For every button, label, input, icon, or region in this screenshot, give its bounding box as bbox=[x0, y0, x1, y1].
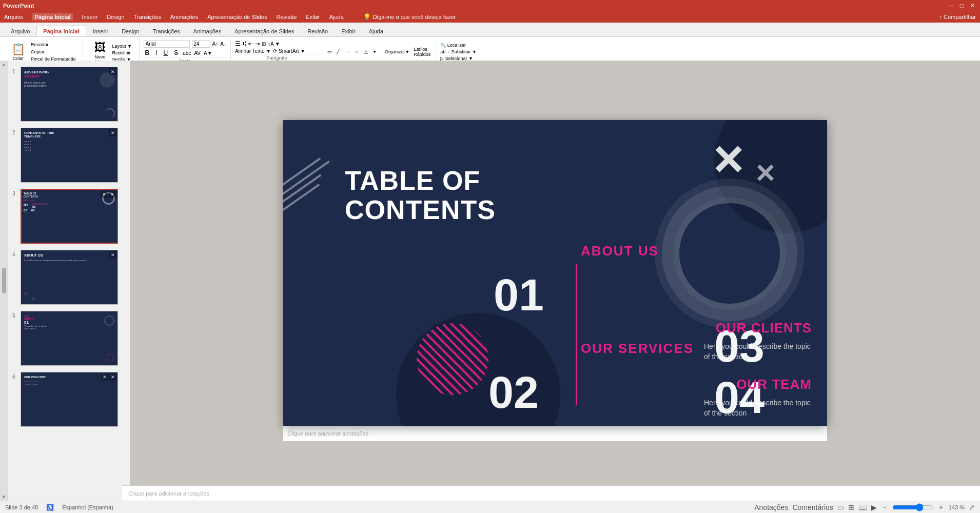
bullet-button[interactable]: ☰ bbox=[235, 40, 241, 47]
redefine-button[interactable]: Redefinir bbox=[112, 50, 132, 55]
italic-button[interactable]: I bbox=[154, 49, 159, 57]
tab-animacoes[interactable]: Animações bbox=[187, 26, 228, 36]
slide-item-1[interactable]: 1 ✕ ADVERTISINGAGENCY Here is where your… bbox=[8, 65, 130, 124]
menu-inserir[interactable]: Inserir bbox=[82, 14, 98, 20]
bold-button[interactable]: B bbox=[144, 49, 151, 57]
smartart-button[interactable]: ⟳ SmartArt ▼ bbox=[273, 48, 305, 54]
scroll-thumb[interactable] bbox=[2, 268, 6, 293]
minimize-button[interactable]: ─ bbox=[947, 2, 956, 9]
slide-close-6b[interactable]: ✕ bbox=[109, 373, 116, 381]
zoom-in-button[interactable]: ＋ bbox=[937, 503, 945, 512]
slide-close-4[interactable]: ✕ bbox=[109, 251, 116, 259]
close-button[interactable]: ✕ bbox=[968, 2, 977, 9]
slide-thumb-1: ✕ ADVERTISINGAGENCY Here is where yourpr… bbox=[21, 67, 118, 122]
about-us-label: ABOUT US bbox=[581, 243, 659, 259]
strikethrough-button[interactable]: S bbox=[172, 49, 180, 57]
replace-button[interactable]: ab→ Substituir ▼ bbox=[440, 49, 483, 54]
find-button[interactable]: 🔍 Localizar bbox=[440, 43, 483, 48]
text-shadow-button[interactable]: abc bbox=[183, 50, 191, 56]
menu-revisao[interactable]: Revisão bbox=[276, 14, 297, 20]
slide-canvas[interactable]: ✕ ✕ TABLE OF CONTENTS AB bbox=[283, 120, 827, 426]
slide-item-4[interactable]: 4 ✕ ABOUT US It could be the part of the… bbox=[8, 248, 130, 307]
decrease-indent-button[interactable]: ⇤ bbox=[248, 41, 253, 47]
menu-pagina-inicial[interactable]: Página Inicial bbox=[32, 13, 72, 21]
slide-item-2[interactable]: 2 ✕ CONTENTS OF THISTEMPLATE • item 1• i… bbox=[8, 126, 130, 185]
decrease-font-button[interactable]: A↓ bbox=[220, 41, 226, 47]
our-clients-label: OUR CLIENTS bbox=[716, 320, 812, 336]
cut-button[interactable]: Recortar bbox=[29, 42, 77, 48]
tab-inserir[interactable]: Inserir bbox=[86, 26, 115, 36]
shape-triangle[interactable]: △ bbox=[364, 49, 373, 54]
slide-close-6a[interactable]: ✕ bbox=[101, 373, 108, 381]
share-button[interactable]: ↑ Compartilhar bbox=[939, 14, 976, 20]
shape-line[interactable]: ╱ bbox=[337, 49, 345, 54]
deco-circle-pink bbox=[417, 323, 488, 395]
increase-indent-button[interactable]: ⇥ bbox=[255, 41, 260, 47]
comments-toggle[interactable]: Comentários bbox=[792, 503, 833, 511]
slide-close-2[interactable]: ✕ bbox=[109, 129, 116, 136]
shape-rect[interactable]: ▭ bbox=[327, 49, 336, 54]
zoom-slider[interactable] bbox=[892, 503, 933, 511]
menu-exibir[interactable]: Exibir bbox=[306, 14, 320, 20]
slide-panel-scrollbar-left: ▲ ▼ bbox=[0, 61, 8, 501]
paste-button[interactable]: 📋 Colar bbox=[9, 42, 27, 62]
shape-circle[interactable]: ○ bbox=[355, 49, 363, 54]
slide-close-3a[interactable]: ✕ bbox=[101, 191, 108, 198]
tab-pagina-inicial[interactable]: Página Inicial bbox=[36, 26, 86, 36]
slide-thumb-4: ✕ ABOUT US It could be the part of the p… bbox=[21, 250, 118, 305]
tab-transicoes[interactable]: Transições bbox=[146, 26, 186, 36]
shape-more[interactable]: ▾ bbox=[374, 49, 382, 54]
tab-ajuda[interactable]: Ajuda bbox=[362, 26, 390, 36]
reading-view-button[interactable]: 📖 bbox=[858, 503, 867, 511]
fit-to-window-button[interactable]: ⤢ bbox=[969, 503, 975, 511]
menu-ajuda[interactable]: Ajuda bbox=[329, 14, 344, 20]
accessibility-icon[interactable]: ♿ bbox=[46, 504, 54, 511]
slideshow-button[interactable]: ▶ bbox=[871, 503, 877, 511]
menu-design[interactable]: Design bbox=[107, 14, 124, 20]
text-direction-button[interactable]: ↕A ▼ bbox=[268, 41, 280, 47]
notes-area[interactable]: Clique para adicionar anotações bbox=[283, 426, 827, 441]
tell-me-box[interactable]: 💡 Diga-me o que você deseja fazer bbox=[363, 13, 456, 21]
deco-x-large: ✕ bbox=[711, 141, 745, 182]
notes-toggle[interactable]: Anotações bbox=[754, 503, 788, 511]
numbering-button[interactable]: ⑆ bbox=[243, 40, 246, 47]
our-team-label: OUR TEAM bbox=[736, 377, 812, 392]
normal-view-button[interactable]: ▭ bbox=[837, 503, 844, 511]
char-spacing-button[interactable]: AV bbox=[194, 50, 201, 56]
tab-design[interactable]: Design bbox=[115, 26, 146, 36]
shape-arrow[interactable]: → bbox=[346, 49, 354, 54]
quick-styles-button[interactable]: EstilosRápidos bbox=[413, 46, 432, 58]
columns-button[interactable]: ⊞ bbox=[262, 41, 266, 47]
underline-button[interactable]: U bbox=[162, 49, 170, 57]
menu-arquivo[interactable]: Arquivo bbox=[4, 14, 23, 20]
tab-exibir[interactable]: Exibir bbox=[335, 26, 362, 36]
menu-transicoes[interactable]: Transições bbox=[133, 14, 161, 20]
tab-arquivo[interactable]: Arquivo bbox=[4, 26, 36, 36]
deco-x-small: ✕ bbox=[754, 161, 776, 187]
our-clients-desc: Here you could describe the topic of the… bbox=[704, 342, 817, 362]
tab-revisao[interactable]: Revisão bbox=[301, 26, 335, 36]
tab-apresentacao[interactable]: Apresentação de Slides bbox=[228, 26, 301, 36]
maximize-button[interactable]: □ bbox=[958, 2, 966, 9]
menu-apresentacao[interactable]: Apresentação de Slides bbox=[207, 14, 267, 20]
bottom-notes: Clique para adicionar anotações bbox=[122, 485, 980, 501]
arrange-button[interactable]: Organizar▼ bbox=[384, 48, 410, 55]
slide-sorter-button[interactable]: ⊞ bbox=[848, 503, 854, 511]
slide-title: TABLE OF CONTENTS bbox=[345, 166, 496, 225]
menu-bar: Arquivo Página Inicial Inserir Design Tr… bbox=[0, 11, 980, 23]
font-size-input[interactable] bbox=[192, 40, 210, 48]
slide-panel: 1 ✕ ADVERTISINGAGENCY Here is where your… bbox=[8, 61, 130, 501]
increase-font-button[interactable]: A↑ bbox=[212, 41, 219, 47]
align-text-button[interactable]: Alinhar Texto ▼ bbox=[235, 48, 271, 54]
zoom-out-button[interactable]: － bbox=[881, 503, 888, 512]
layout-button[interactable]: Layout ▼ bbox=[112, 44, 132, 49]
font-color-button[interactable]: A▼ bbox=[204, 50, 212, 56]
slide-close-1[interactable]: ✕ bbox=[109, 68, 116, 75]
slide-close-3b[interactable]: ✕ bbox=[109, 191, 116, 198]
slide-item-6[interactable]: 6 ✕ ✕ OUR EVOLUTION ────────────── JUPIT… bbox=[8, 370, 130, 429]
copy-button[interactable]: Copiar bbox=[29, 49, 77, 55]
font-family-input[interactable] bbox=[144, 40, 190, 48]
slide-item-5[interactable]: 5 OUR AGENCY 01 You could enter a subtit… bbox=[8, 309, 130, 368]
menu-animacoes[interactable]: Animações bbox=[170, 14, 198, 20]
slide-item-3[interactable]: 3 ✕ ✕ TABLE OFCONTENTS ABOUT US 01 OUR S… bbox=[8, 187, 130, 246]
